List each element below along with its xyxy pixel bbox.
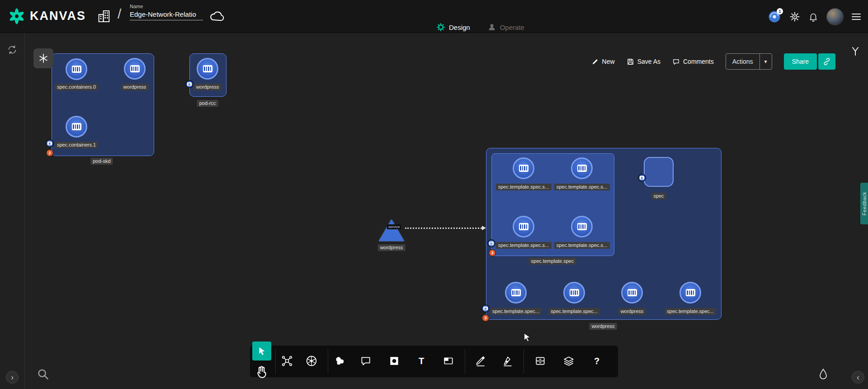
service-node-triangle[interactable] bbox=[379, 219, 404, 241]
expand-left-panel-button[interactable]: › bbox=[6, 371, 19, 384]
chevron-right-icon: › bbox=[11, 373, 14, 381]
shapes-icon bbox=[334, 355, 346, 367]
share-group: Share bbox=[784, 53, 835, 70]
tool-frame[interactable] bbox=[443, 355, 454, 367]
container-icon bbox=[519, 165, 528, 172]
media-icon bbox=[388, 355, 400, 367]
tool-pan[interactable] bbox=[255, 365, 269, 379]
error-count-badge[interactable]: 3 bbox=[482, 314, 489, 322]
container-icon bbox=[627, 289, 637, 296]
container-node[interactable] bbox=[679, 282, 701, 304]
drop-icon[interactable] bbox=[817, 368, 829, 381]
tool-annotate[interactable] bbox=[475, 355, 486, 367]
new-button[interactable]: New bbox=[592, 58, 615, 65]
menu-icon[interactable] bbox=[852, 14, 861, 20]
extensions-icon[interactable]: 1 bbox=[768, 10, 781, 24]
spec-node[interactable] bbox=[644, 157, 674, 187]
pod-badge-icon[interactable] bbox=[185, 80, 193, 88]
group-label: spec.template.spec bbox=[529, 258, 576, 265]
kanvas-logo-icon[interactable] bbox=[7, 7, 26, 26]
user-avatar[interactable] bbox=[826, 8, 844, 25]
node-label: spec.template.spec... bbox=[490, 308, 542, 315]
tool-shapes[interactable] bbox=[334, 355, 346, 367]
snowflake-icon bbox=[38, 53, 49, 64]
tool-comment[interactable] bbox=[360, 355, 372, 367]
app-header: KANVAS / Name bbox=[0, 0, 868, 33]
tool-media[interactable] bbox=[388, 355, 400, 367]
container-node[interactable] bbox=[563, 282, 585, 304]
error-count-badge[interactable]: 2 bbox=[46, 149, 53, 157]
settings-gear-icon[interactable] bbox=[789, 11, 800, 22]
container-node[interactable] bbox=[621, 282, 643, 304]
edge-arrowhead bbox=[482, 226, 486, 230]
notifications-bell-icon[interactable] bbox=[808, 12, 818, 22]
copy-link-button[interactable] bbox=[818, 53, 835, 70]
new-button-label: New bbox=[602, 58, 615, 65]
comments-button[interactable]: Comments bbox=[672, 58, 714, 66]
tab-operate[interactable]: Operate bbox=[487, 23, 524, 32]
edge-arrow[interactable] bbox=[405, 228, 482, 229]
left-rail: › bbox=[0, 33, 25, 389]
caret-down-icon: ▾ bbox=[764, 58, 767, 65]
container-node-wordpress-rcc[interactable] bbox=[197, 58, 218, 80]
feedback-tab-label: Feedback bbox=[862, 192, 867, 215]
link-icon bbox=[823, 57, 831, 66]
freeze-layout-button[interactable] bbox=[33, 48, 53, 68]
container-node-wordpress[interactable] bbox=[124, 58, 146, 80]
hierarchy-icon[interactable] bbox=[850, 45, 861, 57]
save-as-button[interactable]: Save As bbox=[627, 58, 660, 66]
container-node[interactable] bbox=[513, 216, 534, 237]
dock-divider bbox=[275, 349, 276, 374]
node-label: spec.containers.1 bbox=[55, 142, 98, 148]
tool-select[interactable] bbox=[252, 342, 271, 361]
container-node-spec-containers-1[interactable] bbox=[66, 116, 87, 138]
container-node-spec-containers-0[interactable] bbox=[66, 58, 87, 80]
save-icon bbox=[627, 58, 634, 66]
service-type-label: service bbox=[387, 224, 401, 229]
tool-kubernetes[interactable] bbox=[306, 355, 317, 367]
container-icon bbox=[519, 223, 528, 230]
tab-design[interactable]: Design bbox=[436, 23, 470, 32]
pod-badge-icon[interactable] bbox=[46, 139, 54, 147]
actions-caret-button[interactable]: ▾ bbox=[760, 54, 772, 69]
container-node[interactable] bbox=[505, 282, 527, 304]
design-action-bar: New Save As Comments Actions ▾ Share bbox=[592, 53, 835, 70]
container-icon bbox=[203, 65, 212, 72]
tool-help[interactable]: ? bbox=[591, 355, 603, 367]
zoom-button[interactable] bbox=[36, 367, 50, 381]
container-node[interactable] bbox=[571, 216, 593, 237]
sync-icon[interactable] bbox=[7, 44, 18, 55]
node-label: spec.template.spec.s... bbox=[554, 242, 610, 249]
notification-count-badge: 1 bbox=[777, 8, 783, 14]
container-icon bbox=[577, 223, 587, 230]
container-icon bbox=[511, 289, 521, 296]
pod-badge-icon[interactable] bbox=[487, 239, 495, 247]
building-icon[interactable] bbox=[97, 9, 111, 24]
tool-layers[interactable] bbox=[563, 355, 575, 367]
container-node[interactable] bbox=[513, 157, 534, 179]
design-name-block: Name bbox=[130, 4, 207, 20]
pod-badge-icon[interactable] bbox=[638, 174, 646, 182]
tool-drawer[interactable] bbox=[534, 355, 546, 367]
dock-divider bbox=[524, 349, 524, 374]
tool-pen[interactable] bbox=[502, 355, 514, 367]
actions-button[interactable]: Actions ▾ bbox=[726, 53, 772, 70]
drawer-icon bbox=[534, 355, 546, 367]
pod-badge-icon[interactable] bbox=[481, 304, 490, 313]
error-count-badge[interactable]: 3 bbox=[489, 249, 496, 256]
tool-flow[interactable] bbox=[281, 355, 293, 367]
cloud-sync-icon[interactable] bbox=[209, 10, 225, 22]
container-icon bbox=[130, 65, 140, 72]
group-label: pod-rcc bbox=[197, 100, 218, 107]
node-label: spec.template.spec... bbox=[548, 308, 600, 315]
share-button[interactable]: Share bbox=[784, 53, 817, 70]
annotate-pencil-icon bbox=[475, 355, 486, 367]
feedback-tab[interactable]: Feedback bbox=[860, 183, 868, 224]
tool-text[interactable]: T bbox=[415, 355, 427, 367]
kanvas-app: KANVAS / Name bbox=[0, 0, 868, 389]
design-name-input[interactable] bbox=[130, 9, 203, 20]
container-icon bbox=[686, 289, 695, 296]
group-spec-template[interactable] bbox=[491, 153, 614, 256]
container-node[interactable] bbox=[571, 157, 593, 179]
collapse-right-panel-button[interactable]: ‹ bbox=[852, 371, 864, 384]
